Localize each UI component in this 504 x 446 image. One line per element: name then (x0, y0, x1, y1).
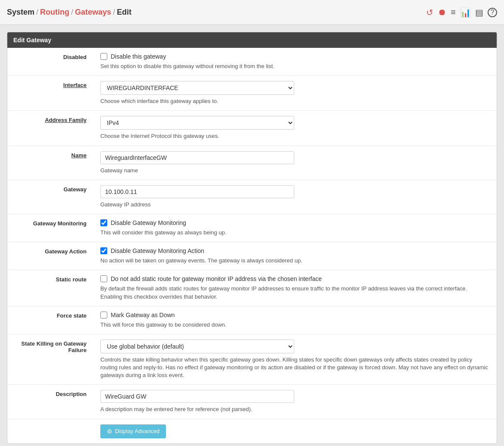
gateway-content: Gateway IP address (93, 180, 497, 214)
static-route-checkbox[interactable] (100, 275, 107, 282)
gateway-action-checkbox[interactable] (100, 247, 107, 254)
address-family-content: IPv4 IPv6 Choose the Internet Protocol t… (93, 111, 497, 145)
chart-icon[interactable]: 📊 (460, 7, 471, 18)
state-killing-row: State Killing on Gateway Failure Use glo… (7, 334, 497, 385)
static-route-label: Static route (7, 270, 93, 306)
gateway-action-checkbox-label[interactable]: Disable Gateway Monitoring Action (100, 247, 490, 254)
force-state-help: This will force this gateway to be consi… (100, 321, 490, 329)
topbar-icons: ↺ ⏺ ≡ 📊 ▤ ? (426, 7, 497, 18)
gateway-monitoring-checkbox-label[interactable]: Disable Gateway Monitoring (100, 219, 490, 226)
disabled-checkbox-label[interactable]: Disable this gateway (100, 53, 490, 60)
display-advanced-label-spacer (7, 419, 93, 443)
card-header: Edit Gateway (7, 32, 497, 48)
state-killing-label: State Killing on Gateway Failure (7, 334, 93, 385)
description-content: A description may be entered here for re… (93, 385, 497, 418)
breadcrumb: System / Routing / Gateways / Edit (7, 8, 131, 17)
force-state-checkbox[interactable] (100, 312, 107, 318)
static-route-content: Do not add static route for gateway moni… (93, 270, 497, 306)
interface-help: Choose which interface this gateway appl… (100, 97, 490, 105)
force-state-label: Force state (7, 306, 93, 334)
gateway-monitoring-content: Disable Gateway Monitoring This will con… (93, 214, 497, 242)
interface-row: Interface WIREGUARDINTERFACE WAN LAN Cho… (7, 76, 497, 111)
name-help: Gateway name (100, 167, 490, 175)
breadcrumb-edit: Edit (117, 8, 131, 17)
static-route-checkbox-label[interactable]: Do not add static route for gateway moni… (100, 275, 490, 282)
breadcrumb-gateways[interactable]: Gateways (75, 8, 111, 17)
gateway-label: Gateway (7, 180, 93, 214)
disabled-content: Disable this gateway Set this option to … (93, 48, 497, 75)
name-content: Gateway name (93, 146, 497, 180)
description-row: Description A description may be entered… (7, 385, 497, 419)
gateway-action-row: Gateway Action Disable Gateway Monitorin… (7, 242, 497, 270)
description-help: A description may be entered here for re… (100, 405, 490, 413)
edit-gateway-card: Edit Gateway Disabled Disable this gatew… (7, 32, 497, 444)
gateway-row: Gateway Gateway IP address (7, 180, 497, 214)
disabled-checkbox[interactable] (100, 53, 107, 60)
static-route-row: Static route Do not add static route for… (7, 270, 497, 306)
state-killing-content: Use global behavior (default) Disable En… (93, 334, 497, 385)
gateway-action-content: Disable Gateway Monitoring Action No act… (93, 242, 497, 270)
name-row: Name Gateway name (7, 146, 497, 180)
interface-label: Interface (7, 76, 93, 110)
list-icon[interactable]: ▤ (475, 7, 483, 18)
state-killing-help: Controls the state killing behavior when… (100, 356, 490, 380)
menu-icon[interactable]: ≡ (451, 7, 456, 17)
topbar: System / Routing / Gateways / Edit ↺ ⏺ ≡… (0, 0, 504, 25)
display-advanced-content: ⚙ Display Advanced (93, 419, 497, 443)
gateway-monitoring-help: This will consider this gateway as alway… (100, 229, 490, 237)
gateway-action-help: No action will be taken on gateway event… (100, 257, 490, 265)
interface-content: WIREGUARDINTERFACE WAN LAN Choose which … (93, 76, 497, 110)
reload-icon[interactable]: ↺ (426, 7, 433, 18)
description-input[interactable] (100, 390, 294, 403)
disabled-row: Disabled Disable this gateway Set this o… (7, 48, 497, 76)
gateway-monitoring-row: Gateway Monitoring Disable Gateway Monit… (7, 214, 497, 242)
breadcrumb-system: System (7, 8, 34, 17)
name-input[interactable] (100, 151, 294, 164)
main-content: Edit Gateway Disabled Disable this gatew… (0, 25, 504, 446)
gateway-action-label: Gateway Action (7, 242, 93, 270)
name-label: Name (7, 146, 93, 180)
display-advanced-button[interactable]: ⚙ Display Advanced (100, 424, 166, 438)
gateway-input[interactable] (100, 185, 294, 198)
force-state-row: Force state Mark Gateway as Down This wi… (7, 306, 497, 334)
help-icon[interactable]: ? (488, 8, 497, 17)
force-state-content: Mark Gateway as Down This will force thi… (93, 306, 497, 334)
state-killing-select[interactable]: Use global behavior (default) Disable En… (100, 340, 294, 353)
disabled-help: Set this option to disable this gateway … (100, 62, 490, 70)
address-family-help: Choose the Internet Protocol this gatewa… (100, 132, 490, 140)
stop-icon[interactable]: ⏺ (438, 7, 446, 17)
static-route-help: By default the firewall adds static rout… (100, 285, 490, 300)
gateway-monitoring-checkbox[interactable] (100, 219, 107, 226)
force-state-checkbox-label[interactable]: Mark Gateway as Down (100, 312, 490, 318)
gear-icon: ⚙ (107, 428, 112, 435)
interface-select[interactable]: WIREGUARDINTERFACE WAN LAN (100, 81, 294, 95)
address-family-select[interactable]: IPv4 IPv6 (100, 116, 294, 130)
address-family-row: Address Family IPv4 IPv6 Choose the Inte… (7, 111, 497, 146)
description-label: Description (7, 385, 93, 418)
breadcrumb-routing[interactable]: Routing (40, 8, 69, 17)
gateway-monitoring-label: Gateway Monitoring (7, 214, 93, 242)
address-family-label: Address Family (7, 111, 93, 145)
gateway-help: Gateway IP address (100, 201, 490, 209)
disabled-label: Disabled (7, 48, 93, 75)
display-advanced-row: ⚙ Display Advanced (7, 419, 497, 443)
